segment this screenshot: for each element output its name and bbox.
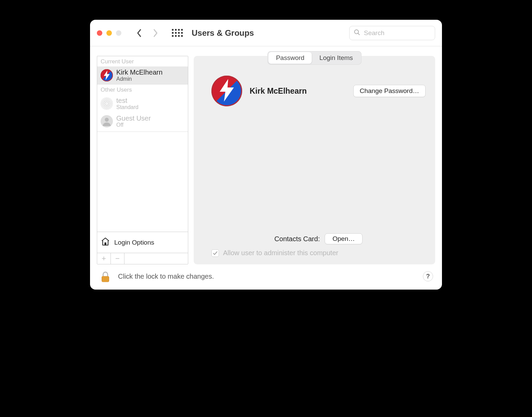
zoom-window-button[interactable] bbox=[116, 30, 121, 36]
contacts-card-label: Contacts Card: bbox=[275, 235, 320, 243]
user-role-label: Admin bbox=[116, 76, 163, 82]
back-button[interactable] bbox=[134, 28, 144, 38]
main-area: Password Login Items Kirk McElhearn Chan… bbox=[194, 56, 435, 264]
open-contacts-button[interactable]: Open… bbox=[325, 233, 363, 244]
login-options-button[interactable]: Login Options bbox=[97, 232, 188, 253]
addremove-spacer bbox=[124, 253, 188, 264]
admin-checkbox[interactable] bbox=[211, 249, 219, 257]
generic-avatar-icon bbox=[101, 115, 113, 127]
user-name-label: test bbox=[116, 97, 138, 104]
content-body: Current User Kirk McElhearn Admin Other … bbox=[90, 46, 442, 266]
tab-bar: Password Login Items bbox=[267, 51, 361, 65]
help-button[interactable]: ? bbox=[423, 271, 433, 281]
lock-button[interactable] bbox=[99, 271, 112, 282]
user-role-label: Off bbox=[116, 122, 151, 128]
current-user-section-label: Current User bbox=[97, 56, 188, 66]
admin-checkbox-label: Allow user to administer this computer bbox=[223, 249, 338, 257]
admin-checkbox-row: Allow user to administer this computer bbox=[211, 249, 426, 257]
user-role-label: Standard bbox=[116, 104, 138, 110]
sidebar-item-user-test[interactable]: test Standard bbox=[97, 95, 188, 112]
password-panel: Kirk McElhearn Change Password… Contacts… bbox=[194, 56, 435, 264]
add-user-button[interactable]: + bbox=[97, 253, 111, 264]
window-title: Users & Groups bbox=[192, 28, 349, 38]
user-text: Kirk McElhearn Admin bbox=[116, 68, 163, 82]
svg-point-3 bbox=[105, 118, 109, 122]
svg-rect-4 bbox=[104, 243, 106, 245]
tab-password[interactable]: Password bbox=[268, 52, 312, 64]
show-all-prefs-button[interactable] bbox=[172, 29, 183, 37]
sidebar-item-current-user[interactable]: Kirk McElhearn Admin bbox=[97, 66, 188, 84]
svg-marker-2 bbox=[104, 71, 110, 80]
users-sidebar: Current User Kirk McElhearn Admin Other … bbox=[97, 56, 188, 264]
toolbar: Users & Groups bbox=[90, 20, 442, 46]
svg-point-0 bbox=[355, 30, 359, 34]
minimize-window-button[interactable] bbox=[106, 30, 112, 36]
sidebar-spacer bbox=[97, 132, 188, 232]
user-text: Guest User Off bbox=[116, 114, 151, 128]
user-avatar-icon bbox=[101, 69, 113, 81]
svg-line-1 bbox=[358, 33, 360, 35]
lock-hint-text: Click the lock to make changes. bbox=[118, 273, 417, 280]
contacts-card-row: Contacts Card: Open… bbox=[211, 233, 426, 244]
house-icon bbox=[101, 237, 110, 248]
users-groups-window: Users & Groups Current User Kirk McElhea… bbox=[90, 20, 442, 290]
remove-user-button[interactable]: − bbox=[111, 253, 124, 264]
add-remove-bar: + − bbox=[97, 253, 188, 264]
panel-spacer bbox=[211, 106, 426, 233]
sidebar-item-guest-user[interactable]: Guest User Off bbox=[97, 112, 188, 130]
footer: Click the lock to make changes. ? bbox=[90, 266, 442, 290]
change-password-button[interactable]: Change Password… bbox=[353, 85, 426, 97]
search-field[interactable] bbox=[349, 26, 435, 40]
user-name-label: Guest User bbox=[116, 114, 151, 122]
nav-arrows bbox=[134, 28, 160, 38]
search-icon bbox=[354, 29, 360, 37]
user-text: test Standard bbox=[116, 97, 138, 110]
forward-button[interactable] bbox=[151, 28, 160, 38]
search-input[interactable] bbox=[364, 29, 431, 37]
profile-row: Kirk McElhearn Change Password… bbox=[211, 76, 426, 106]
lightning-bolt-icon bbox=[218, 78, 235, 104]
close-window-button[interactable] bbox=[97, 30, 102, 36]
other-users-section-label: Other Users bbox=[97, 84, 188, 95]
large-user-avatar[interactable] bbox=[211, 76, 242, 106]
tab-login-items[interactable]: Login Items bbox=[312, 52, 360, 64]
fingerprint-avatar-icon bbox=[101, 97, 113, 110]
login-options-label: Login Options bbox=[114, 239, 154, 246]
window-controls bbox=[97, 30, 121, 36]
user-display-name: Kirk McElhearn bbox=[250, 87, 346, 96]
user-name-label: Kirk McElhearn bbox=[116, 68, 163, 76]
svg-marker-5 bbox=[220, 79, 234, 102]
